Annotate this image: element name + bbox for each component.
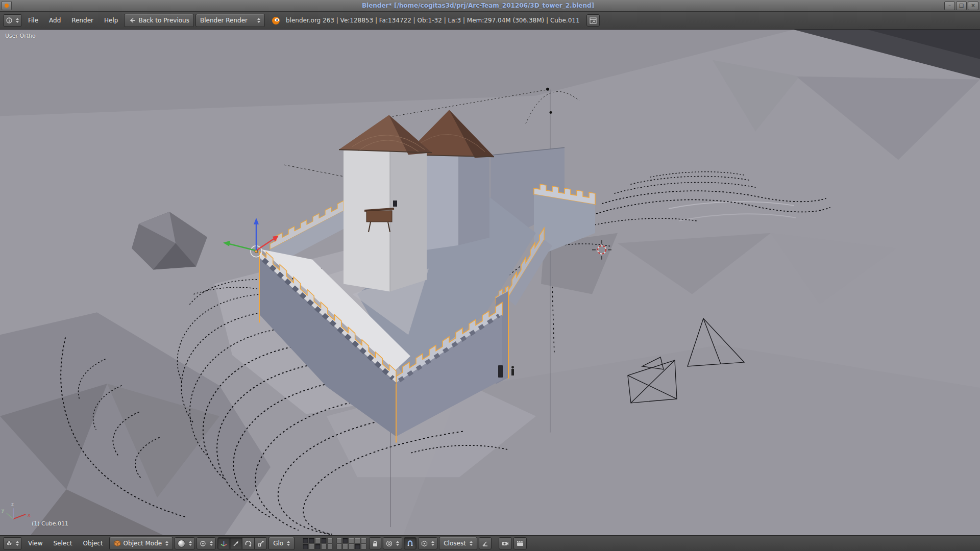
active-object-label: (1) Cube.011 xyxy=(32,520,68,527)
snap-magnet-button[interactable] xyxy=(404,537,416,549)
blender-window: Blender* [/home/cogitas3d/prj/Arc-Team_2… xyxy=(0,0,980,551)
viewport-shading-dropdown[interactable] xyxy=(175,537,195,549)
maximize-button[interactable]: □ xyxy=(956,2,967,10)
viewport-header: View Select Object Object Mode xyxy=(0,535,980,551)
editor-type-button-3dview[interactable] xyxy=(3,537,22,549)
interaction-mode-dropdown[interactable]: Object Mode xyxy=(109,537,174,550)
render-engine-label: Blender Render xyxy=(200,17,248,24)
proportional-edit-dropdown[interactable] xyxy=(383,537,402,549)
menu-select[interactable]: Select xyxy=(48,540,77,547)
layer-cell-group2-6[interactable] xyxy=(336,544,342,549)
shading-sphere-icon xyxy=(178,540,185,547)
render-engine-dropdown[interactable]: Blender Render xyxy=(195,14,265,27)
view-name-label: User Ortho xyxy=(5,33,36,39)
info-header: File Add Render Help Back to Previous Bl… xyxy=(0,12,980,30)
menu-add[interactable]: Add xyxy=(44,17,65,24)
manipulator-axis-icon xyxy=(220,540,227,547)
dropdown-arrows-icon xyxy=(257,18,260,23)
close-button[interactable]: × xyxy=(968,2,978,10)
manipulator-toggle-button[interactable] xyxy=(217,537,230,549)
dropdown-arrows-icon xyxy=(396,541,399,546)
dropdown-arrows-icon xyxy=(431,541,434,546)
snap-target-dropdown[interactable]: Closest xyxy=(439,537,477,550)
tower-window xyxy=(393,201,397,207)
menu-object[interactable]: Object xyxy=(79,540,108,547)
layer-cell-group1-9[interactable] xyxy=(321,544,327,549)
layer-cell-group2-7[interactable] xyxy=(342,544,348,549)
pivot-point-dropdown[interactable] xyxy=(197,537,216,549)
layer-cell-group1-4[interactable] xyxy=(321,538,327,543)
dropdown-arrows-icon xyxy=(287,541,290,546)
dropdown-arrows-icon xyxy=(16,541,19,546)
layer-cell-group2-9[interactable] xyxy=(355,544,360,549)
layer-cell-group1-2[interactable] xyxy=(309,538,314,543)
layer-cell-group2-3[interactable] xyxy=(349,538,354,543)
render-camera-icon xyxy=(502,540,509,546)
axis-z-label: z xyxy=(11,502,14,507)
3d-viewport[interactable]: x z y User Ortho (1) Cube.011 xyxy=(0,30,980,535)
opengl-render-anim-button[interactable] xyxy=(513,537,527,549)
layer-cell-group1-8[interactable] xyxy=(315,544,321,549)
dropdown-arrows-icon xyxy=(210,541,213,546)
viewport-scene[interactable]: x z y xyxy=(0,30,980,535)
snap-element-icon xyxy=(421,540,428,547)
menu-render[interactable]: Render xyxy=(67,17,98,24)
axis-x-label: x xyxy=(28,512,31,518)
snap-align-rotation-button[interactable] xyxy=(479,537,492,549)
layer-cell-group1-3[interactable] xyxy=(315,538,321,543)
window-title: Blender* [/home/cogitas3d/prj/Arc-Team_2… xyxy=(12,2,944,9)
manipulator-rotate-button[interactable] xyxy=(242,537,255,549)
layer-group1 xyxy=(303,538,333,549)
layer-cell-group2-4[interactable] xyxy=(355,538,360,543)
window-menu-icon[interactable] xyxy=(2,1,12,10)
layer-cell-group1-1[interactable] xyxy=(303,538,308,543)
layer-cell-group2-1[interactable] xyxy=(336,538,342,543)
transform-orientation-dropdown[interactable]: Glo xyxy=(268,537,295,550)
title-bar: Blender* [/home/cogitas3d/prj/Arc-Team_2… xyxy=(0,0,980,12)
manipulator-toggle-group xyxy=(217,537,267,549)
dropdown-arrows-icon xyxy=(189,541,192,546)
manipulator-translate-button[interactable] xyxy=(230,537,242,549)
axis-y-label: y xyxy=(2,508,5,513)
back-to-previous-button[interactable]: Back to Previous xyxy=(124,14,194,27)
dropdown-arrows-icon xyxy=(16,18,19,23)
opengl-render-image-button[interactable] xyxy=(499,537,512,549)
dropdown-arrows-icon xyxy=(470,541,473,546)
layer-cell-group2-8[interactable] xyxy=(349,544,354,549)
render-anim-icon xyxy=(517,540,524,546)
menu-help[interactable]: Help xyxy=(100,17,122,24)
lock-icon xyxy=(372,540,378,547)
blender-logo-icon xyxy=(272,16,280,25)
layer-cell-group1-10[interactable] xyxy=(327,544,333,549)
minimize-button[interactable]: – xyxy=(944,2,955,10)
screen-layout-button[interactable] xyxy=(586,14,600,27)
snap-align-icon xyxy=(482,540,488,547)
main-tower xyxy=(339,115,432,291)
menu-file[interactable]: File xyxy=(23,17,43,24)
object-mode-cube-icon xyxy=(114,540,121,547)
gate-doorway xyxy=(498,365,503,378)
manipulator-scale-button[interactable] xyxy=(254,537,267,549)
dropdown-arrows-icon xyxy=(165,541,168,546)
layer-cell-group2-2[interactable] xyxy=(342,538,348,543)
snap-magnet-icon xyxy=(407,540,413,547)
scene-lock-button[interactable] xyxy=(369,537,381,549)
editor-info-icon xyxy=(6,17,12,23)
translate-icon xyxy=(233,540,239,547)
layer-cell-group1-6[interactable] xyxy=(303,544,308,549)
layer-cell-group1-7[interactable] xyxy=(309,544,314,549)
window-controls: – □ × xyxy=(944,2,978,10)
editor-type-button-info[interactable] xyxy=(3,14,22,27)
snap-target-label: Closest xyxy=(444,540,466,547)
scale-icon xyxy=(257,540,264,547)
blender-app-icon xyxy=(5,4,9,8)
human-figure xyxy=(511,366,514,375)
layer-cell-group2-5[interactable] xyxy=(361,538,366,543)
rotate-icon xyxy=(245,540,252,547)
status-stats-text: blender.org 263 | Ve:128853 | Fa:134722 … xyxy=(286,17,580,24)
layer-cell-group1-5[interactable] xyxy=(327,538,333,543)
layer-cell-group2-10[interactable] xyxy=(361,544,366,549)
menu-view[interactable]: View xyxy=(23,540,47,547)
snap-element-dropdown[interactable] xyxy=(418,537,437,549)
layer-group2 xyxy=(336,538,366,549)
